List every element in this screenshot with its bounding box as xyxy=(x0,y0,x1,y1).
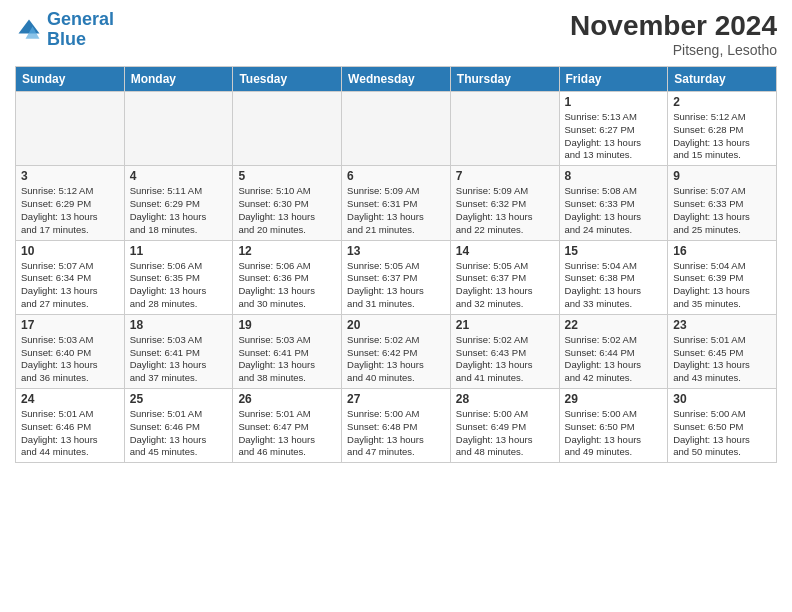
calendar-cell: 6Sunrise: 5:09 AM Sunset: 6:31 PM Daylig… xyxy=(342,166,451,240)
day-number: 4 xyxy=(130,169,228,183)
calendar-cell: 15Sunrise: 5:04 AM Sunset: 6:38 PM Dayli… xyxy=(559,240,668,314)
day-info: Sunrise: 5:06 AM Sunset: 6:35 PM Dayligh… xyxy=(130,260,228,311)
day-number: 10 xyxy=(21,244,119,258)
weekday-saturday: Saturday xyxy=(668,67,777,92)
weekday-friday: Friday xyxy=(559,67,668,92)
calendar-cell: 12Sunrise: 5:06 AM Sunset: 6:36 PM Dayli… xyxy=(233,240,342,314)
calendar-cell xyxy=(124,92,233,166)
week-row-5: 24Sunrise: 5:01 AM Sunset: 6:46 PM Dayli… xyxy=(16,389,777,463)
page: General Blue November 2024 Pitseng, Leso… xyxy=(0,0,792,612)
calendar-cell: 7Sunrise: 5:09 AM Sunset: 6:32 PM Daylig… xyxy=(450,166,559,240)
calendar-cell xyxy=(16,92,125,166)
day-info: Sunrise: 5:01 AM Sunset: 6:45 PM Dayligh… xyxy=(673,334,771,385)
day-info: Sunrise: 5:01 AM Sunset: 6:46 PM Dayligh… xyxy=(130,408,228,459)
weekday-wednesday: Wednesday xyxy=(342,67,451,92)
day-info: Sunrise: 5:01 AM Sunset: 6:46 PM Dayligh… xyxy=(21,408,119,459)
calendar-cell: 14Sunrise: 5:05 AM Sunset: 6:37 PM Dayli… xyxy=(450,240,559,314)
day-info: Sunrise: 5:05 AM Sunset: 6:37 PM Dayligh… xyxy=(347,260,445,311)
day-number: 25 xyxy=(130,392,228,406)
day-info: Sunrise: 5:03 AM Sunset: 6:41 PM Dayligh… xyxy=(238,334,336,385)
calendar-cell: 2Sunrise: 5:12 AM Sunset: 6:28 PM Daylig… xyxy=(668,92,777,166)
calendar-cell: 13Sunrise: 5:05 AM Sunset: 6:37 PM Dayli… xyxy=(342,240,451,314)
logo: General Blue xyxy=(15,10,114,50)
logo-text: General Blue xyxy=(47,10,114,50)
day-number: 15 xyxy=(565,244,663,258)
day-info: Sunrise: 5:09 AM Sunset: 6:31 PM Dayligh… xyxy=(347,185,445,236)
calendar-cell: 18Sunrise: 5:03 AM Sunset: 6:41 PM Dayli… xyxy=(124,314,233,388)
day-info: Sunrise: 5:10 AM Sunset: 6:30 PM Dayligh… xyxy=(238,185,336,236)
day-number: 18 xyxy=(130,318,228,332)
day-number: 17 xyxy=(21,318,119,332)
day-number: 13 xyxy=(347,244,445,258)
day-info: Sunrise: 5:02 AM Sunset: 6:43 PM Dayligh… xyxy=(456,334,554,385)
weekday-tuesday: Tuesday xyxy=(233,67,342,92)
day-info: Sunrise: 5:04 AM Sunset: 6:38 PM Dayligh… xyxy=(565,260,663,311)
day-number: 3 xyxy=(21,169,119,183)
day-number: 23 xyxy=(673,318,771,332)
svg-marker-0 xyxy=(19,19,40,33)
day-number: 5 xyxy=(238,169,336,183)
month-title: November 2024 xyxy=(570,10,777,42)
week-row-2: 3Sunrise: 5:12 AM Sunset: 6:29 PM Daylig… xyxy=(16,166,777,240)
calendar-cell: 21Sunrise: 5:02 AM Sunset: 6:43 PM Dayli… xyxy=(450,314,559,388)
calendar-cell: 22Sunrise: 5:02 AM Sunset: 6:44 PM Dayli… xyxy=(559,314,668,388)
calendar-cell: 19Sunrise: 5:03 AM Sunset: 6:41 PM Dayli… xyxy=(233,314,342,388)
day-info: Sunrise: 5:07 AM Sunset: 6:34 PM Dayligh… xyxy=(21,260,119,311)
day-info: Sunrise: 5:12 AM Sunset: 6:28 PM Dayligh… xyxy=(673,111,771,162)
calendar-cell: 17Sunrise: 5:03 AM Sunset: 6:40 PM Dayli… xyxy=(16,314,125,388)
logo-icon xyxy=(15,16,43,44)
day-number: 28 xyxy=(456,392,554,406)
day-number: 1 xyxy=(565,95,663,109)
day-info: Sunrise: 5:12 AM Sunset: 6:29 PM Dayligh… xyxy=(21,185,119,236)
day-number: 8 xyxy=(565,169,663,183)
day-info: Sunrise: 5:13 AM Sunset: 6:27 PM Dayligh… xyxy=(565,111,663,162)
calendar-cell: 30Sunrise: 5:00 AM Sunset: 6:50 PM Dayli… xyxy=(668,389,777,463)
week-row-3: 10Sunrise: 5:07 AM Sunset: 6:34 PM Dayli… xyxy=(16,240,777,314)
weekday-thursday: Thursday xyxy=(450,67,559,92)
day-number: 27 xyxy=(347,392,445,406)
day-info: Sunrise: 5:04 AM Sunset: 6:39 PM Dayligh… xyxy=(673,260,771,311)
logo-general: General xyxy=(47,9,114,29)
day-info: Sunrise: 5:03 AM Sunset: 6:41 PM Dayligh… xyxy=(130,334,228,385)
day-number: 26 xyxy=(238,392,336,406)
day-info: Sunrise: 5:02 AM Sunset: 6:42 PM Dayligh… xyxy=(347,334,445,385)
day-info: Sunrise: 5:11 AM Sunset: 6:29 PM Dayligh… xyxy=(130,185,228,236)
calendar-cell: 23Sunrise: 5:01 AM Sunset: 6:45 PM Dayli… xyxy=(668,314,777,388)
day-number: 7 xyxy=(456,169,554,183)
calendar-cell: 24Sunrise: 5:01 AM Sunset: 6:46 PM Dayli… xyxy=(16,389,125,463)
calendar-cell xyxy=(233,92,342,166)
day-info: Sunrise: 5:00 AM Sunset: 6:50 PM Dayligh… xyxy=(673,408,771,459)
day-info: Sunrise: 5:09 AM Sunset: 6:32 PM Dayligh… xyxy=(456,185,554,236)
calendar-cell xyxy=(342,92,451,166)
day-info: Sunrise: 5:00 AM Sunset: 6:48 PM Dayligh… xyxy=(347,408,445,459)
day-info: Sunrise: 5:03 AM Sunset: 6:40 PM Dayligh… xyxy=(21,334,119,385)
title-block: November 2024 Pitseng, Lesotho xyxy=(570,10,777,58)
calendar-cell: 26Sunrise: 5:01 AM Sunset: 6:47 PM Dayli… xyxy=(233,389,342,463)
day-info: Sunrise: 5:02 AM Sunset: 6:44 PM Dayligh… xyxy=(565,334,663,385)
calendar-cell xyxy=(450,92,559,166)
calendar-cell: 27Sunrise: 5:00 AM Sunset: 6:48 PM Dayli… xyxy=(342,389,451,463)
calendar-cell: 25Sunrise: 5:01 AM Sunset: 6:46 PM Dayli… xyxy=(124,389,233,463)
header: General Blue November 2024 Pitseng, Leso… xyxy=(15,10,777,58)
calendar-cell: 20Sunrise: 5:02 AM Sunset: 6:42 PM Dayli… xyxy=(342,314,451,388)
day-number: 11 xyxy=(130,244,228,258)
calendar-cell: 1Sunrise: 5:13 AM Sunset: 6:27 PM Daylig… xyxy=(559,92,668,166)
calendar-cell: 11Sunrise: 5:06 AM Sunset: 6:35 PM Dayli… xyxy=(124,240,233,314)
day-info: Sunrise: 5:05 AM Sunset: 6:37 PM Dayligh… xyxy=(456,260,554,311)
calendar-cell: 4Sunrise: 5:11 AM Sunset: 6:29 PM Daylig… xyxy=(124,166,233,240)
day-info: Sunrise: 5:00 AM Sunset: 6:50 PM Dayligh… xyxy=(565,408,663,459)
week-row-1: 1Sunrise: 5:13 AM Sunset: 6:27 PM Daylig… xyxy=(16,92,777,166)
day-info: Sunrise: 5:08 AM Sunset: 6:33 PM Dayligh… xyxy=(565,185,663,236)
day-number: 19 xyxy=(238,318,336,332)
weekday-monday: Monday xyxy=(124,67,233,92)
day-number: 24 xyxy=(21,392,119,406)
week-row-4: 17Sunrise: 5:03 AM Sunset: 6:40 PM Dayli… xyxy=(16,314,777,388)
day-number: 29 xyxy=(565,392,663,406)
calendar-cell: 5Sunrise: 5:10 AM Sunset: 6:30 PM Daylig… xyxy=(233,166,342,240)
weekday-header-row: SundayMondayTuesdayWednesdayThursdayFrid… xyxy=(16,67,777,92)
location-subtitle: Pitseng, Lesotho xyxy=(570,42,777,58)
day-number: 30 xyxy=(673,392,771,406)
day-number: 9 xyxy=(673,169,771,183)
day-number: 21 xyxy=(456,318,554,332)
calendar-cell: 28Sunrise: 5:00 AM Sunset: 6:49 PM Dayli… xyxy=(450,389,559,463)
